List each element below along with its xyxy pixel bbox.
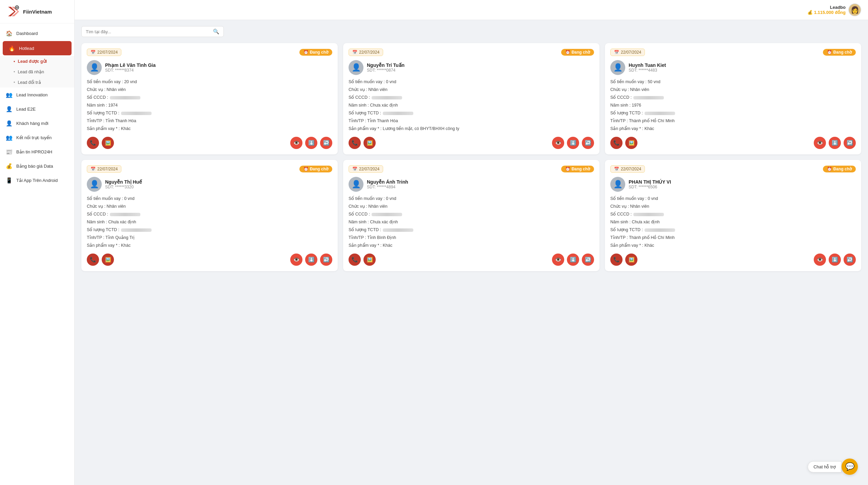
person-info: 👤 Nguyễn Ánh Trinh SDT: ******4894 [349,177,594,192]
call-button[interactable]: 📞 [349,254,361,266]
hotlead-icon: 🔥 [8,44,16,52]
call-button[interactable]: 📞 [610,137,623,149]
image-button[interactable]: 🖼️ [363,254,376,266]
view-button[interactable]: 👁️ [814,254,826,266]
card-header: 📅 22/07/2024 ⏰ Đang chờ [610,165,856,173]
sidebar-item-ban-tin[interactable]: 📰 Bản tin HPRO24H [0,145,74,159]
sidebar-item-hotlead[interactable]: 🔥 Hotlead [3,41,72,55]
loan-amount: Số tiền muốn vay : 0 vnd [349,78,594,85]
call-button[interactable]: 📞 [87,137,99,149]
coins-display: 💰 1.115.000 đồng [807,10,846,15]
view-button[interactable]: 👁️ [552,254,564,266]
refresh-button[interactable]: ↩️ [844,254,856,266]
sidebar-item-dashboard[interactable]: 🏠 Dashboard [0,26,74,40]
person-phone: SDT: ******3320 [105,185,142,189]
view-button[interactable]: 👁️ [552,137,564,149]
download-button[interactable]: ⬇️ [829,137,841,149]
avatar: 👤 [87,60,102,75]
person-info: 👤 Nguyễn Trí Tuấn SDT: ******0874 [349,60,594,75]
product: Sản phẩm vay * : Khác [610,242,856,249]
download-button[interactable]: ⬇️ [305,254,317,266]
download-button[interactable]: ⬇️ [829,254,841,266]
date-value: 22/07/2024 [621,50,641,55]
person-name: Huynh Tuan Kiet [629,62,666,68]
sidebar-item-lead-da-nhan[interactable]: Lead đã nhận [0,67,74,77]
date-value: 22/07/2024 [97,167,118,171]
chat-label: Chat hỗ trợ [808,461,842,472]
sidebar-item-lead-e2e[interactable]: 👤 Lead E2E [0,102,74,116]
sidebar-item-label: Dashboard [16,31,38,36]
search-input[interactable] [86,29,213,34]
image-button[interactable]: 🖼️ [102,137,114,149]
status-badge: ⏰ Đang chờ [823,49,856,56]
sidebar-item-tai-app[interactable]: 📱 Tải App Trên Android [0,173,74,187]
subnav-label: Lead được gửi [18,59,47,64]
ban-tin-icon: 📰 [5,148,13,155]
refresh-button[interactable]: ↩️ [320,254,332,266]
lead-card-3: 📅 22/07/2024 ⏰ Đang chờ 👤 Nguyễn Thị Huế… [81,160,338,271]
province: Tỉnh/TP : Tỉnh Thanh Hóa [349,117,594,124]
image-button[interactable]: 🖼️ [102,254,114,266]
sidebar-item-lead-doi-tra[interactable]: Lead đổi trả [0,77,74,88]
status-text: Đang chờ [572,50,590,55]
download-button[interactable]: ⬇️ [567,254,579,266]
person-info: 👤 Nguyễn Thị Huế SDT: ******3320 [87,177,332,192]
province: Tỉnh/TP : Tỉnh Bình Định [349,234,594,241]
refresh-button[interactable]: ↩️ [582,254,594,266]
search-button[interactable]: 🔍 [213,29,219,35]
image-button[interactable]: 🖼️ [363,137,376,149]
card-header: 📅 22/07/2024 ⏰ Đang chờ [87,165,332,173]
clock-icon: ⏰ [827,167,832,171]
product: Sản phẩm vay * : Khác [349,242,594,249]
chat-support[interactable]: Chat hỗ trợ 💬 [808,459,858,475]
sidebar-nav: 🏠 Dashboard 🔥 Hotlead Lead được gửi Lead… [0,23,74,485]
chat-button[interactable]: 💬 [842,459,858,475]
sidebar-item-lead-innovation[interactable]: 👥 Lead Innovation [0,88,74,102]
tctd: Số lượng TCTD : [349,110,594,116]
card-date: 📅 22/07/2024 [87,165,121,173]
sidebar-item-lead-duoc-gui[interactable]: Lead được gửi [0,56,74,67]
refresh-button[interactable]: ↩️ [844,137,856,149]
sidebar-item-bang-bao-gia[interactable]: 💰 Bảng báo giá Data [0,159,74,173]
position: Chức vụ : Nhân viên [349,86,594,93]
cccd: Số CCCD : [349,211,594,218]
status-badge: ⏰ Đang chờ [299,49,332,56]
sidebar-item-label: Tải App Trên Android [16,178,58,183]
clock-icon: ⏰ [565,167,570,171]
view-button[interactable]: 👁️ [290,254,302,266]
avatar: 👩 [848,3,861,16]
cccd: Số CCCD : [87,211,332,218]
position: Chức vụ : Nhân viên [87,203,332,210]
refresh-button[interactable]: ↩️ [582,137,594,149]
call-button[interactable]: 📞 [349,137,361,149]
avatar: 👤 [349,177,363,192]
header: Leadbo 💰 1.115.000 đồng 👩 [75,0,868,20]
view-button[interactable]: 👁️ [814,137,826,149]
refresh-button[interactable]: ↩️ [320,137,332,149]
card-actions: 📞 🖼️ 👁️ ⬇️ ↩️ [87,254,332,266]
person-phone: SDT: ******4483 [629,68,666,73]
download-button[interactable]: ⬇️ [567,137,579,149]
call-button[interactable]: 📞 [610,254,623,266]
date-value: 22/07/2024 [359,167,379,171]
card-actions: 📞 🖼️ 👁️ ⬇️ ↩️ [349,254,594,266]
person-name: Nguyễn Thị Huế [105,179,142,185]
product: Sản phẩm vay * : Lương tiền mặt, có BHYT… [349,125,594,132]
search-bar[interactable]: 🔍 [81,26,224,37]
cards-grid: 📅 22/07/2024 ⏰ Đang chờ 👤 Phạm Lê Văn Tì… [81,43,861,271]
card-actions: 📞 🖼️ 👁️ ⬇️ ↩️ [87,137,332,149]
loan-amount: Số tiền muốn vay : 20 vnd [87,78,332,85]
call-button[interactable]: 📞 [87,254,99,266]
birth-year: Năm sinh : Chưa xác định [610,219,856,225]
download-button[interactable]: ⬇️ [305,137,317,149]
sidebar: FiinVietnam 🏠 Dashboard 🔥 Hotlead Lead đ… [0,0,75,485]
sidebar-item-ket-noi[interactable]: 👥 Kết nối trực tuyến [0,130,74,145]
image-button[interactable]: 🖼️ [625,137,637,149]
image-button[interactable]: 🖼️ [625,254,637,266]
card-date: 📅 22/07/2024 [349,165,383,173]
status-text: Đang chờ [572,167,590,171]
view-button[interactable]: 👁️ [290,137,302,149]
username: Leadbo [807,5,846,10]
sidebar-item-khach-hang-moi[interactable]: 👤 Khách hàng mới [0,116,74,130]
position: Chức vụ : Nhân viên [87,86,332,93]
